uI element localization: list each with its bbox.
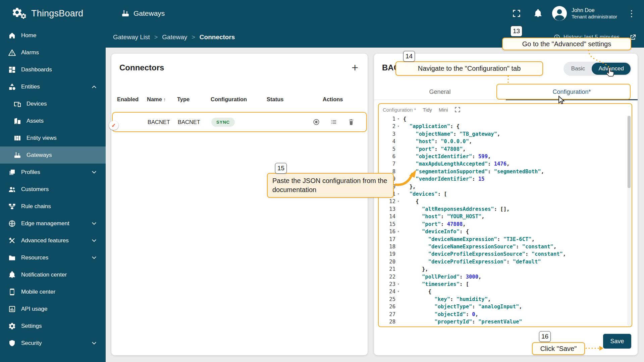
connector-row[interactable]: ✓ BACNET BACNET SYNC bbox=[112, 112, 367, 132]
code-text: "vendorIdentifier": 15 bbox=[401, 175, 485, 183]
editor-fullscreen-icon[interactable] bbox=[454, 106, 461, 113]
rpc-icon[interactable] bbox=[313, 118, 320, 126]
code-text: "deviceNameExpressionSource": "constant"… bbox=[401, 243, 556, 250]
fold-toggle-icon[interactable] bbox=[395, 221, 401, 228]
fold-toggle-icon[interactable] bbox=[395, 168, 401, 175]
fold-toggle-icon[interactable] bbox=[395, 153, 401, 160]
fold-toggle-icon[interactable] bbox=[395, 288, 401, 295]
code-line: 26 "objectType": "analogInput", bbox=[379, 303, 627, 310]
sidebar-item[interactable]: API usage bbox=[0, 300, 106, 317]
fold-toggle-icon[interactable] bbox=[395, 183, 401, 190]
tab-configuration[interactable]: Configuration* bbox=[506, 84, 638, 100]
fold-toggle-icon[interactable] bbox=[395, 115, 401, 123]
sidebar-item[interactable]: Settings bbox=[0, 317, 106, 335]
delete-icon[interactable] bbox=[347, 118, 355, 126]
breadcrumb-gateway[interactable]: Gateway bbox=[162, 34, 187, 41]
fold-toggle-icon[interactable] bbox=[395, 236, 401, 243]
column-type[interactable]: Type bbox=[177, 96, 211, 103]
sidebar-item[interactable]: Assets bbox=[0, 112, 106, 129]
code-line: 4 "host": "0.0.0.0", bbox=[379, 138, 627, 145]
security-icon bbox=[8, 339, 16, 347]
fold-toggle-icon[interactable] bbox=[395, 318, 401, 325]
fold-toggle-icon[interactable] bbox=[395, 258, 401, 265]
add-connector-button[interactable]: + bbox=[350, 63, 360, 72]
breadcrumb-gateway-list[interactable]: Gateway List bbox=[113, 34, 150, 41]
fold-toggle-icon[interactable] bbox=[395, 250, 401, 258]
brand[interactable]: ThingsBoard bbox=[0, 6, 106, 21]
sidebar-item[interactable]: Resources bbox=[0, 249, 106, 266]
sidebar-item[interactable]: Devices bbox=[0, 95, 106, 112]
fold-toggle-icon[interactable] bbox=[395, 281, 401, 288]
sidebar-item[interactable]: Advanced features bbox=[0, 232, 106, 249]
fold-toggle-icon[interactable] bbox=[395, 138, 401, 145]
line-number: 25 bbox=[379, 296, 395, 303]
sidebar-item[interactable]: Dashboards bbox=[0, 61, 106, 78]
tutorial-step-badge-13: 13 bbox=[511, 26, 522, 37]
column-enabled[interactable]: Enabled bbox=[117, 96, 147, 103]
thingsboard-logo-icon bbox=[11, 6, 27, 21]
sidebar-item[interactable]: Entity views bbox=[0, 129, 106, 146]
content-area: Connectors + Enabled Name↑ Type Configur… bbox=[106, 48, 644, 362]
fold-toggle-icon[interactable] bbox=[395, 160, 401, 168]
user-avatar[interactable] bbox=[551, 5, 568, 21]
code-line: 11 "devices": [ bbox=[379, 190, 627, 198]
code-text: "port": 47808, bbox=[401, 221, 466, 228]
tidy-button[interactable]: Tidy bbox=[423, 107, 432, 113]
sidebar-item[interactable]: Entities bbox=[0, 78, 106, 95]
fold-toggle-icon[interactable] bbox=[395, 265, 401, 273]
notifications-bell-icon[interactable] bbox=[533, 9, 543, 18]
code-line: 16 "deviceInfo": { bbox=[379, 228, 627, 235]
editor-scrollbar[interactable] bbox=[627, 115, 631, 326]
fold-toggle-icon[interactable] bbox=[395, 123, 401, 130]
fullscreen-icon[interactable] bbox=[512, 9, 521, 18]
fold-toggle-icon[interactable] bbox=[395, 228, 401, 235]
code-area[interactable]: 1 { 2 "application": { 3 "objectName": "… bbox=[379, 115, 627, 326]
fold-toggle-icon[interactable] bbox=[395, 198, 401, 205]
fold-toggle-icon[interactable] bbox=[395, 303, 401, 310]
sidebar-item[interactable]: Customers bbox=[0, 181, 106, 198]
code-text: "propertyId": "presentValue" bbox=[401, 318, 522, 325]
basic-mode-button[interactable]: Basic bbox=[565, 63, 592, 75]
fold-toggle-icon[interactable] bbox=[395, 311, 401, 318]
devices-icon bbox=[13, 100, 21, 108]
mini-button[interactable]: Mini bbox=[439, 107, 448, 113]
fold-toggle-icon[interactable] bbox=[395, 273, 401, 281]
code-line: 15 "port": 47808, bbox=[379, 221, 627, 228]
fold-toggle-icon[interactable] bbox=[395, 213, 401, 220]
line-number: 2 bbox=[379, 123, 395, 130]
save-button[interactable]: Save bbox=[603, 334, 631, 349]
code-line: 8 "segmentationSupported": "segmentedBot… bbox=[379, 168, 627, 175]
code-line: 3 "objectName": "TB_gateway", bbox=[379, 130, 627, 138]
column-name[interactable]: Name↑ bbox=[147, 96, 177, 103]
code-text: "deviceInfo": { bbox=[401, 228, 469, 235]
fold-toggle-icon[interactable] bbox=[395, 296, 401, 303]
line-number: 22 bbox=[379, 273, 395, 281]
sidebar-item[interactable]: Alarms bbox=[0, 44, 106, 61]
editor-label: Configuration * bbox=[383, 107, 416, 113]
fold-toggle-icon[interactable] bbox=[395, 145, 401, 153]
sidebar-item[interactable]: Notification center bbox=[0, 266, 106, 283]
fold-toggle-icon[interactable] bbox=[395, 190, 401, 198]
fold-toggle-icon[interactable] bbox=[395, 130, 401, 138]
fold-toggle-icon[interactable] bbox=[395, 205, 401, 213]
sidebar-item[interactable]: Home bbox=[0, 27, 106, 44]
tab-general[interactable]: General bbox=[374, 84, 506, 100]
fold-toggle-icon[interactable] bbox=[395, 243, 401, 250]
advanced-mode-button[interactable]: Advanced bbox=[592, 63, 631, 75]
customers-icon bbox=[8, 185, 16, 193]
more-menu-icon[interactable]: ⋮ bbox=[625, 8, 639, 19]
sidebar-item[interactable]: Mobile center bbox=[0, 283, 106, 300]
sidebar-item[interactable]: Profiles bbox=[0, 164, 106, 181]
code-line: 7 "maxApduLengthAccepted": 1476, bbox=[379, 160, 627, 168]
scrollbar-thumb[interactable] bbox=[628, 116, 631, 188]
column-configuration[interactable]: Configuration bbox=[211, 96, 267, 103]
sidebar-item[interactable]: Rule chains bbox=[0, 198, 106, 215]
sidebar-item[interactable]: Edge management bbox=[0, 215, 106, 232]
fold-toggle-icon[interactable] bbox=[395, 175, 401, 183]
code-text: "port": "47808", bbox=[401, 145, 466, 153]
sidebar-item[interactable]: Gateways bbox=[0, 146, 106, 164]
rule-chains-icon bbox=[8, 202, 16, 210]
column-status[interactable]: Status bbox=[267, 96, 323, 103]
logs-icon[interactable] bbox=[330, 118, 337, 126]
sidebar-item[interactable]: Security bbox=[0, 335, 106, 352]
